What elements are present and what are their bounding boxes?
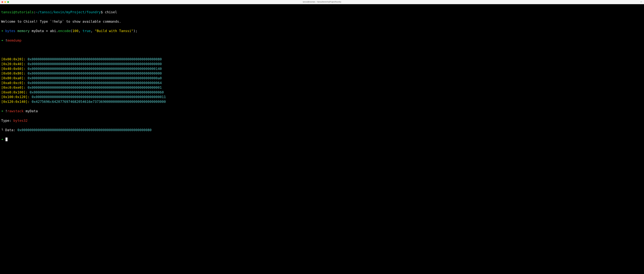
- arg1: 100: [72, 29, 78, 33]
- kw-bytes: bytes: [5, 29, 15, 33]
- open-paren: (: [70, 29, 72, 33]
- titlebar: tanssi@tutorials: ~/tanssi/kevin/myProje…: [0, 0, 644, 4]
- memory-range: [0x100:0x120]:: [1, 95, 30, 99]
- prompt-cwd: ~/tanssi/kevin/myProject/foundry: [36, 10, 101, 14]
- memory-row: [0x00:0x20]: 0x0000000000000000000000000…: [1, 57, 643, 62]
- close-icon[interactable]: [2, 1, 3, 3]
- arrow-icon: ➜: [1, 29, 3, 33]
- type-label: Type:: [1, 119, 11, 123]
- memory-value: 0x00000000000000000000000000000000000000…: [28, 72, 162, 75]
- memory-range: [0xa0:0xc0]:: [1, 81, 26, 85]
- memory-range: [0xc0:0xe0]:: [1, 86, 26, 89]
- prompt-userhost: tanssi@tutorials: [1, 10, 34, 14]
- memory-range: [0x80:0xa0]:: [1, 76, 26, 80]
- corner-icon: └: [1, 128, 3, 132]
- rawstack-line: ➜ !rawstack myData: [1, 109, 643, 114]
- memory-row: [0x80:0xa0]: 0x0000000000000000000000000…: [1, 76, 643, 81]
- abi: abi: [50, 29, 56, 33]
- memory-range: [0x40:0x60]:: [1, 67, 26, 71]
- encode: encode: [58, 29, 70, 33]
- shell-prompt-line: tanssi@tutorials:~/tanssi/kevin/myProjec…: [1, 10, 643, 14]
- memory-value: 0x00000000000000000000000000000000000000…: [28, 67, 162, 71]
- memory-row: [0x120:0x140]: 0x4275696c642077697468205…: [1, 99, 643, 104]
- minimize-icon[interactable]: [4, 1, 6, 3]
- memory-range: [0x120:0x140]:: [1, 100, 30, 104]
- arg3: "Build with Tanssi": [95, 29, 133, 33]
- memory-row: [0xa0:0xc0]: 0x0000000000000000000000000…: [1, 81, 643, 85]
- memdump-cmd: memdump: [7, 39, 22, 42]
- rawstack-arg: myData: [26, 109, 38, 113]
- window-title: tanssi@tutorials: ~/tanssi/kevin/myProje…: [0, 1, 644, 3]
- memory-row: [0x40:0x60]: 0x0000000000000000000000000…: [1, 66, 643, 71]
- memory-value: 0x00000000000000000000000000000000000000…: [28, 86, 162, 89]
- memory-value: 0x00000000000000000000000000000000000000…: [28, 81, 162, 85]
- dot: .: [56, 29, 58, 33]
- prompt-dollar: $: [101, 10, 103, 14]
- bytes-decl-line: ➜ bytes memory myData = abi.encode(100, …: [1, 29, 643, 33]
- terminal-body[interactable]: tanssi@tutorials:~/tanssi/kevin/myProjec…: [0, 4, 644, 149]
- data-label: Data:: [5, 128, 15, 132]
- arg2: true: [82, 29, 90, 33]
- window-controls[interactable]: [2, 1, 9, 3]
- comma1: ,: [78, 29, 80, 33]
- prompt-sep: :: [34, 10, 36, 14]
- memory-value: 0x00000000000000000000000000000000000000…: [30, 90, 164, 94]
- memory-value: 0x00000000000000000000000000000000000000…: [32, 95, 166, 99]
- welcome-line: Welcome to Chisel! Type `!help` to show …: [1, 19, 643, 24]
- memdump-bang: !: [5, 39, 7, 42]
- window-badge: 19: [640, 1, 642, 3]
- type-line: Type: bytes32: [1, 118, 643, 123]
- memory-row: [0x100:0x120]: 0x00000000000000000000000…: [1, 95, 643, 99]
- type-value: bytes32: [13, 119, 28, 123]
- memory-value: 0x00000000000000000000000000000000000000…: [28, 76, 162, 80]
- kw-memory: memory: [17, 29, 30, 33]
- cursor-block: [6, 137, 8, 141]
- memory-value: 0x00000000000000000000000000000000000000…: [28, 62, 162, 66]
- memory-row: [0xc0:0xe0]: 0x0000000000000000000000000…: [1, 85, 643, 90]
- memory-value: 0x4275696c6420776974682054616e7373690000…: [32, 100, 166, 104]
- memdump-line: ➜ !memdump: [1, 38, 643, 43]
- blank-line: [1, 47, 643, 52]
- memory-range: [0xe0:0x100]:: [1, 90, 28, 94]
- var-myData: myData: [32, 29, 44, 33]
- memory-row: [0xe0:0x100]: 0x000000000000000000000000…: [1, 90, 643, 95]
- memory-range: [0x00:0x20]:: [1, 57, 26, 61]
- comma2: ,: [90, 29, 92, 33]
- arrow-icon: ➜: [1, 39, 3, 42]
- prompt-command: chisel: [105, 10, 117, 14]
- arrow-icon: ➜: [1, 137, 3, 141]
- semicolon: ;: [135, 29, 137, 33]
- eq: =: [46, 29, 48, 33]
- fullscreen-icon[interactable]: [7, 1, 9, 3]
- memory-row: [0x20:0x40]: 0x0000000000000000000000000…: [1, 62, 643, 66]
- close-paren: ): [133, 29, 135, 33]
- arrow-icon: ➜: [1, 109, 3, 113]
- data-line: └ Data: 0x000000000000000000000000000000…: [1, 128, 643, 133]
- memory-dump-block: [0x00:0x20]: 0x0000000000000000000000000…: [1, 57, 643, 104]
- memory-value: 0x00000000000000000000000000000000000000…: [28, 57, 162, 61]
- rawstack-cmd: rawstack: [7, 109, 24, 113]
- next-prompt-line[interactable]: ➜: [1, 137, 643, 142]
- rawstack-bang: !: [5, 109, 7, 113]
- data-value: 0x00000000000000000000000000000000000000…: [17, 128, 152, 132]
- memory-row: [0x60:0x80]: 0x0000000000000000000000000…: [1, 71, 643, 76]
- memory-range: [0x60:0x80]:: [1, 72, 26, 75]
- memory-range: [0x20:0x40]:: [1, 62, 26, 66]
